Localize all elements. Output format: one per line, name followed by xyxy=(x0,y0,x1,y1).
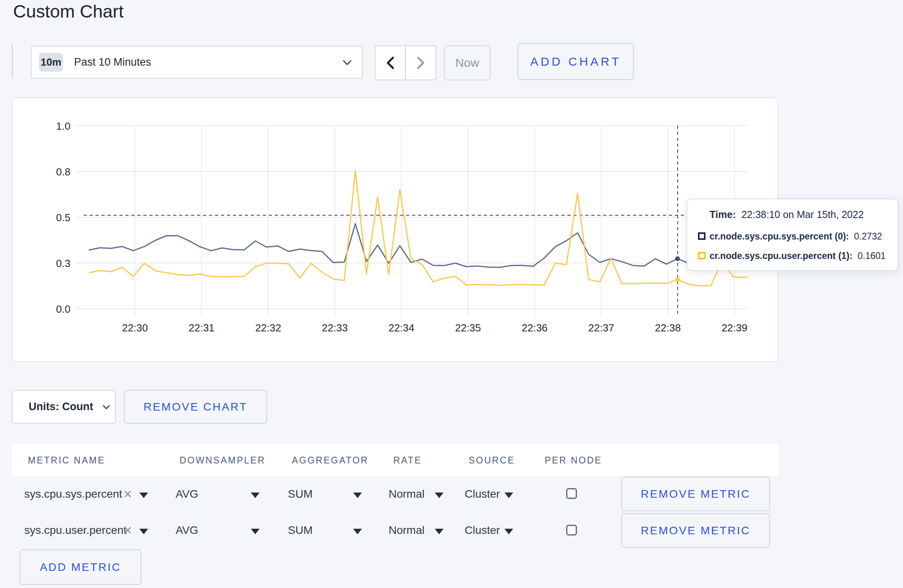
svg-text:22:32: 22:32 xyxy=(255,322,281,334)
svg-text:1.0: 1.0 xyxy=(56,120,70,132)
svg-text:22:35: 22:35 xyxy=(455,322,481,334)
svg-text:22:38: 22:38 xyxy=(655,322,681,334)
svg-text:22:39: 22:39 xyxy=(721,322,747,334)
svg-text:22:37: 22:37 xyxy=(588,322,614,334)
svg-text:0.8: 0.8 xyxy=(56,166,70,178)
svg-text:22:36: 22:36 xyxy=(522,322,547,334)
svg-text:0.5: 0.5 xyxy=(56,212,70,224)
svg-text:22:34: 22:34 xyxy=(389,322,414,334)
svg-text:0.0: 0.0 xyxy=(56,303,70,315)
svg-text:22:33: 22:33 xyxy=(322,322,348,334)
svg-text:0.3: 0.3 xyxy=(56,257,70,269)
svg-text:22:31: 22:31 xyxy=(189,322,215,334)
svg-text:22:30: 22:30 xyxy=(122,322,148,334)
